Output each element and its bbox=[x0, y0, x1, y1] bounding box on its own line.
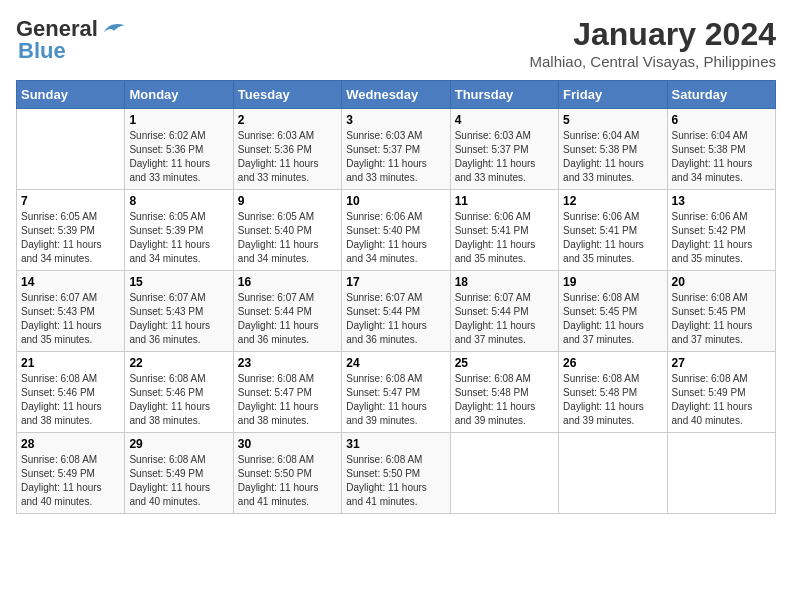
col-thursday: Thursday bbox=[450, 81, 558, 109]
day-info: Sunrise: 6:07 AMSunset: 5:43 PMDaylight:… bbox=[21, 291, 120, 347]
logo: General Blue bbox=[16, 16, 128, 64]
table-row: 26Sunrise: 6:08 AMSunset: 5:48 PMDayligh… bbox=[559, 352, 667, 433]
table-row bbox=[667, 433, 775, 514]
table-row: 13Sunrise: 6:06 AMSunset: 5:42 PMDayligh… bbox=[667, 190, 775, 271]
table-row: 7Sunrise: 6:05 AMSunset: 5:39 PMDaylight… bbox=[17, 190, 125, 271]
day-number: 10 bbox=[346, 194, 445, 208]
page-title: January 2024 bbox=[529, 16, 776, 53]
day-info: Sunrise: 6:08 AMSunset: 5:47 PMDaylight:… bbox=[346, 372, 445, 428]
table-row: 27Sunrise: 6:08 AMSunset: 5:49 PMDayligh… bbox=[667, 352, 775, 433]
day-number: 28 bbox=[21, 437, 120, 451]
day-info: Sunrise: 6:04 AMSunset: 5:38 PMDaylight:… bbox=[672, 129, 771, 185]
day-info: Sunrise: 6:06 AMSunset: 5:42 PMDaylight:… bbox=[672, 210, 771, 266]
table-row: 30Sunrise: 6:08 AMSunset: 5:50 PMDayligh… bbox=[233, 433, 341, 514]
day-number: 18 bbox=[455, 275, 554, 289]
day-number: 4 bbox=[455, 113, 554, 127]
day-info: Sunrise: 6:07 AMSunset: 5:44 PMDaylight:… bbox=[455, 291, 554, 347]
day-number: 16 bbox=[238, 275, 337, 289]
table-row: 4Sunrise: 6:03 AMSunset: 5:37 PMDaylight… bbox=[450, 109, 558, 190]
day-info: Sunrise: 6:08 AMSunset: 5:47 PMDaylight:… bbox=[238, 372, 337, 428]
col-friday: Friday bbox=[559, 81, 667, 109]
day-info: Sunrise: 6:07 AMSunset: 5:44 PMDaylight:… bbox=[238, 291, 337, 347]
day-number: 25 bbox=[455, 356, 554, 370]
day-number: 19 bbox=[563, 275, 662, 289]
day-number: 29 bbox=[129, 437, 228, 451]
day-number: 6 bbox=[672, 113, 771, 127]
calendar-week-row: 7Sunrise: 6:05 AMSunset: 5:39 PMDaylight… bbox=[17, 190, 776, 271]
day-info: Sunrise: 6:08 AMSunset: 5:46 PMDaylight:… bbox=[21, 372, 120, 428]
table-row: 5Sunrise: 6:04 AMSunset: 5:38 PMDaylight… bbox=[559, 109, 667, 190]
table-row: 9Sunrise: 6:05 AMSunset: 5:40 PMDaylight… bbox=[233, 190, 341, 271]
day-info: Sunrise: 6:05 AMSunset: 5:39 PMDaylight:… bbox=[129, 210, 228, 266]
logo-bird-icon bbox=[100, 17, 128, 39]
page-subtitle: Malhiao, Central Visayas, Philippines bbox=[529, 53, 776, 70]
table-row: 16Sunrise: 6:07 AMSunset: 5:44 PMDayligh… bbox=[233, 271, 341, 352]
day-info: Sunrise: 6:08 AMSunset: 5:50 PMDaylight:… bbox=[238, 453, 337, 509]
day-number: 23 bbox=[238, 356, 337, 370]
table-row: 22Sunrise: 6:08 AMSunset: 5:46 PMDayligh… bbox=[125, 352, 233, 433]
day-info: Sunrise: 6:08 AMSunset: 5:45 PMDaylight:… bbox=[563, 291, 662, 347]
table-row: 25Sunrise: 6:08 AMSunset: 5:48 PMDayligh… bbox=[450, 352, 558, 433]
col-sunday: Sunday bbox=[17, 81, 125, 109]
day-info: Sunrise: 6:06 AMSunset: 5:40 PMDaylight:… bbox=[346, 210, 445, 266]
calendar-week-row: 28Sunrise: 6:08 AMSunset: 5:49 PMDayligh… bbox=[17, 433, 776, 514]
day-info: Sunrise: 6:08 AMSunset: 5:46 PMDaylight:… bbox=[129, 372, 228, 428]
day-info: Sunrise: 6:08 AMSunset: 5:45 PMDaylight:… bbox=[672, 291, 771, 347]
table-row: 31Sunrise: 6:08 AMSunset: 5:50 PMDayligh… bbox=[342, 433, 450, 514]
table-row bbox=[450, 433, 558, 514]
table-row: 24Sunrise: 6:08 AMSunset: 5:47 PMDayligh… bbox=[342, 352, 450, 433]
day-info: Sunrise: 6:08 AMSunset: 5:48 PMDaylight:… bbox=[455, 372, 554, 428]
table-row: 15Sunrise: 6:07 AMSunset: 5:43 PMDayligh… bbox=[125, 271, 233, 352]
table-row: 19Sunrise: 6:08 AMSunset: 5:45 PMDayligh… bbox=[559, 271, 667, 352]
day-info: Sunrise: 6:03 AMSunset: 5:36 PMDaylight:… bbox=[238, 129, 337, 185]
table-row: 1Sunrise: 6:02 AMSunset: 5:36 PMDaylight… bbox=[125, 109, 233, 190]
table-row: 8Sunrise: 6:05 AMSunset: 5:39 PMDaylight… bbox=[125, 190, 233, 271]
day-number: 14 bbox=[21, 275, 120, 289]
day-number: 2 bbox=[238, 113, 337, 127]
day-info: Sunrise: 6:06 AMSunset: 5:41 PMDaylight:… bbox=[563, 210, 662, 266]
col-monday: Monday bbox=[125, 81, 233, 109]
table-row: 17Sunrise: 6:07 AMSunset: 5:44 PMDayligh… bbox=[342, 271, 450, 352]
day-number: 17 bbox=[346, 275, 445, 289]
table-row: 20Sunrise: 6:08 AMSunset: 5:45 PMDayligh… bbox=[667, 271, 775, 352]
col-tuesday: Tuesday bbox=[233, 81, 341, 109]
day-number: 24 bbox=[346, 356, 445, 370]
table-row: 21Sunrise: 6:08 AMSunset: 5:46 PMDayligh… bbox=[17, 352, 125, 433]
table-row: 6Sunrise: 6:04 AMSunset: 5:38 PMDaylight… bbox=[667, 109, 775, 190]
calendar-header-row: Sunday Monday Tuesday Wednesday Thursday… bbox=[17, 81, 776, 109]
col-saturday: Saturday bbox=[667, 81, 775, 109]
calendar-week-row: 1Sunrise: 6:02 AMSunset: 5:36 PMDaylight… bbox=[17, 109, 776, 190]
day-number: 3 bbox=[346, 113, 445, 127]
day-info: Sunrise: 6:07 AMSunset: 5:44 PMDaylight:… bbox=[346, 291, 445, 347]
title-block: January 2024 Malhiao, Central Visayas, P… bbox=[529, 16, 776, 70]
day-number: 8 bbox=[129, 194, 228, 208]
table-row: 12Sunrise: 6:06 AMSunset: 5:41 PMDayligh… bbox=[559, 190, 667, 271]
table-row: 18Sunrise: 6:07 AMSunset: 5:44 PMDayligh… bbox=[450, 271, 558, 352]
day-info: Sunrise: 6:05 AMSunset: 5:39 PMDaylight:… bbox=[21, 210, 120, 266]
day-number: 26 bbox=[563, 356, 662, 370]
day-number: 15 bbox=[129, 275, 228, 289]
table-row: 11Sunrise: 6:06 AMSunset: 5:41 PMDayligh… bbox=[450, 190, 558, 271]
table-row: 2Sunrise: 6:03 AMSunset: 5:36 PMDaylight… bbox=[233, 109, 341, 190]
day-info: Sunrise: 6:03 AMSunset: 5:37 PMDaylight:… bbox=[455, 129, 554, 185]
day-number: 9 bbox=[238, 194, 337, 208]
day-info: Sunrise: 6:08 AMSunset: 5:49 PMDaylight:… bbox=[672, 372, 771, 428]
day-info: Sunrise: 6:04 AMSunset: 5:38 PMDaylight:… bbox=[563, 129, 662, 185]
calendar-week-row: 21Sunrise: 6:08 AMSunset: 5:46 PMDayligh… bbox=[17, 352, 776, 433]
day-number: 7 bbox=[21, 194, 120, 208]
day-number: 1 bbox=[129, 113, 228, 127]
day-number: 13 bbox=[672, 194, 771, 208]
day-number: 21 bbox=[21, 356, 120, 370]
page-header: General Blue January 2024 Malhiao, Centr… bbox=[16, 16, 776, 70]
day-number: 31 bbox=[346, 437, 445, 451]
day-info: Sunrise: 6:08 AMSunset: 5:50 PMDaylight:… bbox=[346, 453, 445, 509]
day-info: Sunrise: 6:03 AMSunset: 5:37 PMDaylight:… bbox=[346, 129, 445, 185]
day-info: Sunrise: 6:08 AMSunset: 5:49 PMDaylight:… bbox=[129, 453, 228, 509]
table-row: 28Sunrise: 6:08 AMSunset: 5:49 PMDayligh… bbox=[17, 433, 125, 514]
table-row: 29Sunrise: 6:08 AMSunset: 5:49 PMDayligh… bbox=[125, 433, 233, 514]
day-info: Sunrise: 6:07 AMSunset: 5:43 PMDaylight:… bbox=[129, 291, 228, 347]
day-number: 30 bbox=[238, 437, 337, 451]
day-info: Sunrise: 6:02 AMSunset: 5:36 PMDaylight:… bbox=[129, 129, 228, 185]
calendar-week-row: 14Sunrise: 6:07 AMSunset: 5:43 PMDayligh… bbox=[17, 271, 776, 352]
table-row: 3Sunrise: 6:03 AMSunset: 5:37 PMDaylight… bbox=[342, 109, 450, 190]
